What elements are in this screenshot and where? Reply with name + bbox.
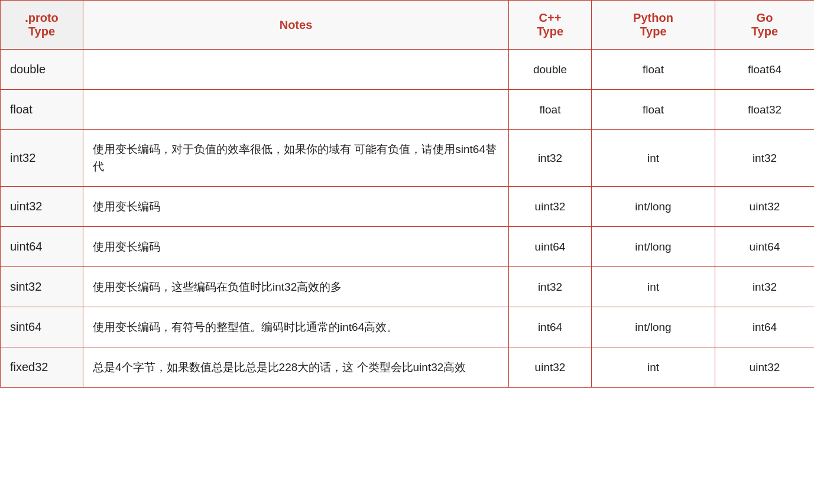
go-type-cell: int32 (715, 266, 815, 307)
go-type-cell: uint32 (715, 347, 815, 387)
table-row: sint32使用变长编码，这些编码在负值时比int32高效的多int32inti… (1, 266, 815, 307)
go-type-cell: int64 (715, 307, 815, 347)
cpp-type-cell: uint32 (509, 347, 592, 387)
go-type-cell: float32 (715, 90, 815, 130)
notes-cell: 总是4个字节，如果数值总是比总是比228大的话，这 个类型会比uint32高效 (83, 347, 509, 387)
python-type-cell: int (592, 130, 715, 187)
cpp-type-cell: uint32 (509, 186, 592, 226)
go-type-cell: uint32 (715, 186, 815, 226)
table-row: uint64使用变长编码uint64int/longuint64 (1, 226, 815, 266)
go-type-cell: int32 (715, 130, 815, 187)
go-type-cell: uint64 (715, 226, 815, 266)
python-type-cell: int (592, 266, 715, 307)
proto-type-cell: fixed32 (1, 347, 83, 387)
cpp-type-cell: int32 (509, 130, 592, 187)
cpp-type-cell: uint64 (509, 226, 592, 266)
proto-type-cell: uint64 (1, 226, 83, 266)
python-type-cell: int/long (592, 307, 715, 347)
go-type-cell: float64 (715, 50, 815, 90)
python-type-cell: float (592, 50, 715, 90)
cpp-type-cell: double (509, 50, 592, 90)
proto-type-cell: float (1, 90, 83, 130)
header-go-type: Go Type (715, 1, 815, 50)
notes-cell: 使用变长编码，有符号的整型值。编码时比通常的int64高效。 (83, 307, 509, 347)
header-python-type: Python Type (592, 1, 715, 50)
table-row: floatfloatfloatfloat32 (1, 90, 815, 130)
proto-type-cell: uint32 (1, 186, 83, 226)
header-notes: Notes (83, 1, 509, 50)
notes-cell: 使用变长编码 (83, 186, 509, 226)
proto-type-table: .proto Type Notes C++ Type Python Type G… (0, 0, 814, 388)
notes-cell (83, 50, 509, 90)
proto-type-cell: sint32 (1, 266, 83, 307)
notes-cell (83, 90, 509, 130)
notes-cell: 使用变长编码 (83, 226, 509, 266)
python-type-cell: int/long (592, 186, 715, 226)
table-row: int32使用变长编码，对于负值的效率很低，如果你的域有 可能有负值，请使用si… (1, 130, 815, 187)
proto-type-cell: sint64 (1, 307, 83, 347)
python-type-cell: int (592, 347, 715, 387)
python-type-cell: float (592, 90, 715, 130)
notes-cell: 使用变长编码，这些编码在负值时比int32高效的多 (83, 266, 509, 307)
cpp-type-cell: int64 (509, 307, 592, 347)
cpp-type-cell: float (509, 90, 592, 130)
table-row: fixed32总是4个字节，如果数值总是比总是比228大的话，这 个类型会比ui… (1, 347, 815, 387)
notes-cell: 使用变长编码，对于负值的效率很低，如果你的域有 可能有负值，请使用sint64替… (83, 130, 509, 187)
table-row: doubledoublefloatfloat64 (1, 50, 815, 90)
header-cpp-type: C++ Type (509, 1, 592, 50)
cpp-type-cell: int32 (509, 266, 592, 307)
python-type-cell: int/long (592, 226, 715, 266)
table-row: sint64使用变长编码，有符号的整型值。编码时比通常的int64高效。int6… (1, 307, 815, 347)
header-proto-type: .proto Type (1, 1, 83, 50)
proto-type-cell: int32 (1, 130, 83, 187)
table-row: uint32使用变长编码uint32int/longuint32 (1, 186, 815, 226)
proto-type-cell: double (1, 50, 83, 90)
